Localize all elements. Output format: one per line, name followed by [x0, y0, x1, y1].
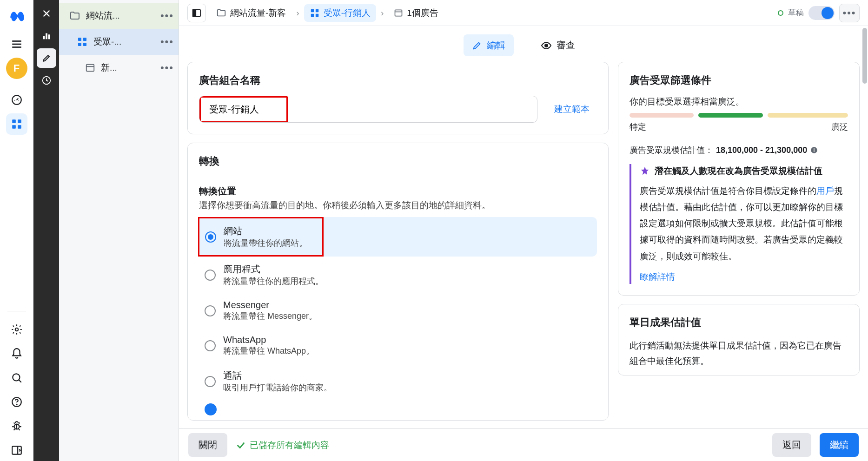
dashboard-icon[interactable] — [6, 89, 27, 111]
conversion-option-app[interactable]: 應用程式 將流量帶往你的應用程式。 — [199, 257, 597, 293]
tree-item-more-icon[interactable]: ••• — [160, 10, 174, 22]
breadcrumb-label: 1個廣告 — [407, 7, 438, 19]
svg-rect-28 — [86, 65, 94, 72]
svg-rect-32 — [311, 9, 313, 12]
notifications-icon[interactable] — [6, 343, 27, 364]
option-desc: 將流量帶往你的應用程式。 — [223, 276, 324, 287]
breadcrumb-campaign[interactable]: 網站流量-新客 — [211, 4, 292, 22]
option-desc: 吸引用戶打電話給你的商家。 — [223, 382, 332, 393]
audience-scale-bar — [629, 113, 848, 118]
scrollbar-thumb[interactable] — [862, 28, 867, 84]
conversion-card: 轉換 轉換位置 選擇你想要衝高流量的目的地。你稍後必須輸入更多該目的地的詳細資料… — [187, 143, 609, 421]
conversion-option-call[interactable]: 通話 吸引用戶打電話給你的商家。 — [199, 363, 597, 400]
callout-body: 廣告受眾規模估計值是符合你目標設定條件的用戶規模估計值。藉由此估計值，你可以更加… — [640, 183, 848, 264]
scale-label-left: 特定 — [629, 121, 646, 132]
panel-collapse-icon[interactable] — [6, 440, 27, 461]
info-icon[interactable]: i — [810, 146, 818, 154]
option-title: Messenger — [223, 300, 317, 310]
tab-review[interactable]: 審查 — [532, 34, 583, 56]
option-title: 應用程式 — [223, 263, 324, 276]
radio-icon — [205, 270, 216, 281]
breadcrumb-adset[interactable]: 受眾-行銷人 — [304, 4, 376, 22]
scale-label-right: 廣泛 — [831, 121, 848, 132]
history-tool-icon[interactable] — [37, 71, 56, 90]
bug-icon[interactable] — [6, 415, 27, 437]
ads-manager-icon[interactable] — [6, 113, 27, 135]
adset-name-input[interactable] — [202, 99, 285, 120]
continue-button[interactable]: 繼續 — [820, 433, 859, 457]
conversion-option-whatsapp[interactable]: WhatsApp 將流量帶往 WhatsApp。 — [199, 328, 597, 363]
svg-point-10 — [13, 374, 20, 381]
svg-rect-36 — [395, 10, 402, 16]
svg-rect-20 — [43, 36, 45, 39]
settings-icon[interactable] — [6, 319, 27, 340]
option-desc: 將流量帶往 Messenger。 — [223, 310, 317, 322]
svg-rect-8 — [18, 125, 21, 129]
charts-tool-icon[interactable] — [37, 26, 56, 46]
daily-estimate-body: 此行銷活動無法提供單日成果估計值，因為它已在廣告組合中最佳化預算。 — [629, 338, 848, 369]
structure-tree: 網站流... ••• 受眾-... ••• 新... ••• — [59, 0, 179, 461]
svg-rect-25 — [83, 38, 86, 41]
account-avatar[interactable]: F — [6, 58, 27, 79]
status-toggle[interactable] — [808, 6, 835, 20]
tree-adset-row[interactable]: 受眾-... ••• — [59, 29, 179, 55]
conversion-option-messenger[interactable]: Messenger 將流量帶往 Messenger。 — [199, 293, 597, 328]
partial-toggle-knob[interactable] — [205, 403, 217, 415]
back-button[interactable]: 返回 — [772, 433, 811, 457]
highlight-box — [199, 96, 288, 123]
audience-subtitle: 你的目標受眾選擇相當廣泛。 — [629, 96, 848, 107]
more-actions-button[interactable]: ••• — [839, 4, 860, 22]
ad-icon — [85, 63, 95, 73]
top-bar: 網站流量-新客 › 受眾-行銷人 › 1個廣告 草稿 ••• — [179, 0, 868, 26]
create-template-link[interactable]: 建立範本 — [547, 103, 597, 115]
close-button[interactable]: 關閉 — [188, 433, 227, 457]
radio-icon — [205, 231, 216, 243]
status-dot-icon — [778, 10, 783, 16]
close-editor-icon[interactable] — [37, 4, 56, 23]
card-title: 單日成果估計值 — [629, 316, 848, 329]
svg-rect-5 — [12, 119, 16, 123]
conversion-option-website[interactable]: 網站 將流量帶往你的網站。 — [198, 217, 324, 257]
folder-icon — [69, 10, 80, 21]
option-title: 網站 — [224, 225, 307, 237]
edit-tool-rail — [33, 0, 59, 461]
conversion-location-group: 網站 將流量帶往你的網站。 應用程式 將流量帶往你的應用程式。 — [199, 217, 597, 415]
tree-item-label: 網站流... — [86, 10, 155, 22]
star-icon — [640, 166, 650, 176]
card-title: 廣告組合名稱 — [199, 73, 597, 87]
svg-rect-31 — [193, 9, 196, 16]
callout-title: 潛在觸及人數現在改為廣告受眾規模估計值 — [655, 165, 822, 177]
tree-ad-row[interactable]: 新... ••• — [59, 55, 179, 81]
option-desc: 將流量帶往你的網站。 — [224, 237, 307, 249]
adset-name-field-wrapper — [199, 96, 537, 123]
tree-item-more-icon[interactable]: ••• — [160, 62, 174, 74]
tab-label: 編輯 — [487, 39, 505, 52]
svg-rect-35 — [315, 13, 318, 16]
card-title: 廣告受眾篩選條件 — [629, 73, 848, 87]
tree-campaign-row[interactable]: 網站流... ••• — [59, 3, 179, 29]
option-title: WhatsApp — [223, 335, 314, 345]
footer-bar: 關閉 已儲存所有編輯內容 返回 繼續 — [179, 428, 868, 461]
edit-tool-icon[interactable] — [37, 48, 56, 68]
search-icon[interactable] — [6, 367, 27, 389]
menu-icon[interactable] — [6, 33, 27, 55]
tree-item-more-icon[interactable]: ••• — [160, 36, 174, 48]
help-icon[interactable] — [6, 391, 27, 413]
tab-edit[interactable]: 編輯 — [464, 34, 514, 56]
section-desc: 選擇你想要衝高流量的目的地。你稍後必須輸入更多該目的地的詳細資料。 — [199, 199, 597, 211]
chevron-right-icon: › — [381, 8, 384, 18]
svg-point-13 — [16, 404, 17, 405]
learn-more-link[interactable]: 瞭解詳情 — [640, 271, 675, 283]
svg-text:i: i — [814, 147, 815, 153]
svg-point-38 — [545, 44, 548, 47]
radio-icon — [205, 340, 216, 351]
est-label: 廣告受眾規模估計值： — [629, 145, 713, 156]
svg-point-9 — [15, 328, 18, 331]
svg-rect-6 — [18, 119, 21, 123]
main-content: 網站流量-新客 › 受眾-行銷人 › 1個廣告 草稿 ••• — [179, 0, 868, 461]
panel-toggle-button[interactable] — [187, 4, 206, 22]
saved-label: 已儲存所有編輯內容 — [250, 439, 329, 451]
meta-logo[interactable] — [7, 7, 27, 27]
breadcrumb-ad[interactable]: 1個廣告 — [388, 4, 444, 22]
callout-user-link[interactable]: 用戶 — [816, 186, 834, 196]
